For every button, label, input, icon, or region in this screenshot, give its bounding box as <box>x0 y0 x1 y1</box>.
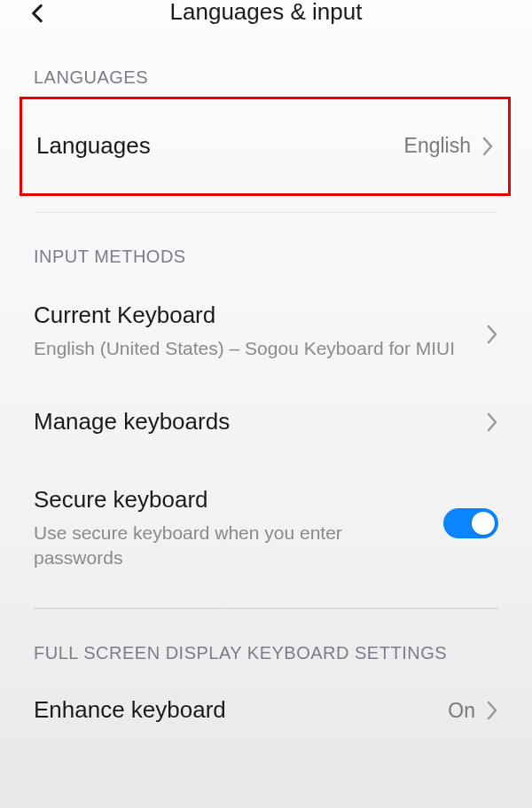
row-title-languages: Languages <box>36 131 404 161</box>
row-current-keyboard[interactable]: Current Keyboard English (United States)… <box>0 276 532 377</box>
row-enhance-keyboard[interactable]: Enhance keyboard On <box>0 672 532 734</box>
section-header-full-screen: FULL SCREEN DISPLAY KEYBOARD SETTINGS <box>0 643 532 663</box>
chevron-right-icon <box>486 324 498 345</box>
back-icon[interactable] <box>27 2 50 28</box>
row-title-manage-keyboards: Manage keyboards <box>34 407 486 437</box>
toggle-knob <box>472 512 495 535</box>
row-languages[interactable]: Languages English <box>22 99 508 193</box>
header-bar: Languages & input <box>0 0 532 35</box>
divider <box>34 212 498 213</box>
section-header-languages: LANGUAGES <box>0 67 532 88</box>
row-content: Current Keyboard English (United States)… <box>34 301 486 361</box>
row-subtitle-current-keyboard: English (United States) – Sogou Keyboard… <box>34 336 486 361</box>
row-right: English <box>404 134 494 158</box>
toggle-secure-keyboard[interactable] <box>443 508 498 538</box>
highlight-languages-row: Languages English <box>20 97 511 196</box>
row-value-enhance-keyboard: On <box>448 699 475 723</box>
row-title-current-keyboard: Current Keyboard <box>34 301 486 331</box>
row-title-secure-keyboard: Secure keyboard <box>34 485 443 515</box>
row-manage-keyboards[interactable]: Manage keyboards <box>0 377 532 467</box>
row-subtitle-secure-keyboard: Use secure keyboard when you enter passw… <box>34 521 443 571</box>
row-right <box>486 412 498 433</box>
row-title-enhance-keyboard: Enhance keyboard <box>34 695 448 726</box>
chevron-right-icon <box>481 136 494 157</box>
row-content: Languages <box>36 131 404 161</box>
row-content: Manage keyboards <box>34 407 486 437</box>
section-header-input-methods: INPUT METHODS <box>0 247 532 267</box>
row-content: Secure keyboard Use secure keyboard when… <box>34 485 443 570</box>
row-right: On <box>448 699 498 723</box>
chevron-right-icon <box>486 700 498 721</box>
row-value-languages: English <box>404 134 471 158</box>
chevron-right-icon <box>486 412 498 433</box>
divider <box>34 608 498 609</box>
row-right <box>486 324 498 345</box>
row-secure-keyboard[interactable]: Secure keyboard Use secure keyboard when… <box>0 467 532 588</box>
page-title: Languages & input <box>18 0 514 26</box>
row-content: Enhance keyboard <box>34 695 448 726</box>
